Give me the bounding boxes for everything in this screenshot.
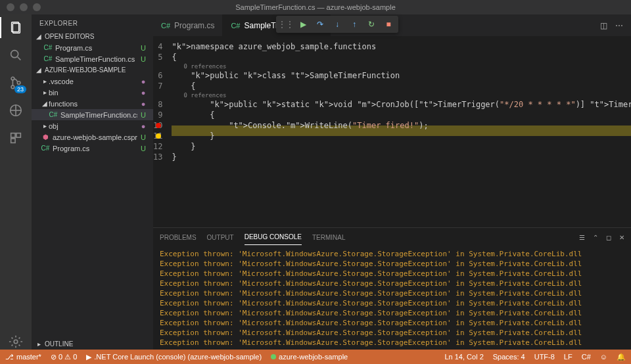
tab-output[interactable]: OUTPUT (207, 230, 234, 245)
continue-button[interactable]: ▶ (297, 18, 309, 30)
step-out-button[interactable]: ↑ (348, 18, 360, 30)
tab-debug-console[interactable]: DEBUG CONSOLE (245, 229, 302, 245)
step-over-button[interactable]: ↷ (314, 18, 326, 30)
status-position[interactable]: Ln 14, Col 2 (444, 353, 483, 361)
status-eol[interactable]: LF (564, 353, 573, 361)
tree-item[interactable]: ⬢azure-webjob-sample.csprojU (32, 131, 153, 143)
tab-problems[interactable]: PROBLEMS (160, 230, 197, 245)
extensions-activity-icon[interactable] (8, 130, 24, 146)
scm-activity-icon[interactable]: 23 (8, 75, 24, 91)
drag-handle-icon[interactable]: ⋮⋮ (280, 18, 292, 30)
titlebar: SampleTimerFunction.cs — azure-webjob-sa… (0, 0, 631, 14)
scm-badge: 23 (14, 85, 26, 93)
tab-terminal[interactable]: TERMINAL (312, 230, 346, 245)
panel-close-icon[interactable]: ✕ (619, 234, 624, 241)
svg-rect-11 (16, 133, 20, 137)
more-actions-icon[interactable]: ⋯ (615, 21, 623, 30)
outline-header[interactable]: ▸OUTLINE (32, 338, 153, 350)
restart-button[interactable]: ↻ (365, 18, 377, 30)
svg-point-6 (17, 81, 20, 85)
status-spaces[interactable]: Spaces: 4 (493, 353, 525, 361)
status-encoding[interactable]: UTF-8 (534, 353, 555, 361)
editor-actions: ◫ ⋯ (600, 14, 631, 36)
window-title: SampleTimerFunction.cs — azure-webjob-sa… (0, 3, 631, 11)
open-editor-item[interactable]: C#Program.csU (32, 42, 153, 53)
svg-rect-12 (11, 139, 15, 143)
status-notifications-icon[interactable]: 🔔 (617, 353, 626, 361)
step-into-button[interactable]: ↓ (331, 18, 343, 30)
editor-tab[interactable]: C#Program.cs (153, 14, 223, 36)
status-project[interactable]: azure-webjob-sample (271, 353, 348, 361)
sidebar-title: EXPLORER (32, 14, 153, 31)
tree-item[interactable]: ◢functions● (32, 98, 153, 109)
status-feedback-icon[interactable]: ☺ (600, 353, 607, 361)
panel-collapse-icon[interactable]: ⌃ (593, 234, 598, 241)
settings-activity-icon[interactable] (8, 334, 24, 350)
explorer-activity-icon[interactable] (8, 20, 24, 35)
activity-bar: 23 (0, 14, 32, 350)
tree-item[interactable]: C#SampleTimerFunction.csU (32, 109, 153, 120)
panel-maximize-icon[interactable]: ◻ (606, 234, 611, 241)
tree-item[interactable]: ▸bin● (32, 87, 153, 98)
tree-item[interactable]: ▸obj● (32, 120, 153, 131)
debug-activity-icon[interactable] (8, 102, 24, 118)
svg-point-4 (11, 77, 14, 80)
svg-point-2 (11, 51, 18, 58)
open-editors-header[interactable]: ◢OPEN EDITORS (32, 31, 153, 42)
code-editor[interactable]: 45678910111213 "k">namespace azure_webjo… (153, 36, 631, 227)
status-launch[interactable]: ▶ .NET Core Launch (console) (azure-webj… (86, 353, 262, 361)
panel-filter-icon[interactable]: ☰ (579, 234, 585, 241)
status-bar: ⎇ master* ⊘ 0 ⚠ 0 ▶ .NET Core Launch (co… (0, 350, 631, 364)
search-activity-icon[interactable] (8, 47, 24, 63)
svg-point-5 (11, 85, 14, 89)
svg-point-13 (14, 340, 18, 344)
split-editor-icon[interactable]: ◫ (600, 21, 607, 30)
tree-item[interactable]: ▸.vscode● (32, 76, 153, 87)
open-editor-item[interactable]: C#SampleTimerFunction.cs functionsU (32, 53, 153, 64)
bottom-panel: PROBLEMS OUTPUT DEBUG CONSOLE TERMINAL ☰… (153, 227, 631, 350)
svg-line-3 (18, 57, 21, 60)
editor-area: C#Program.csC#SampleTimerFun...● ◫ ⋯ 456… (153, 14, 631, 350)
status-lang[interactable]: C# (582, 353, 591, 361)
stop-button[interactable]: ■ (383, 18, 394, 30)
status-branch[interactable]: ⎇ master* (5, 353, 41, 361)
status-errors[interactable]: ⊘ 0 ⚠ 0 (51, 353, 77, 361)
debug-toolbar[interactable]: ⋮⋮ ▶ ↷ ↓ ↑ ↻ ■ (276, 16, 398, 33)
tree-item[interactable]: C#Program.csU (32, 143, 153, 154)
explorer-sidebar: EXPLORER ◢OPEN EDITORS C#Program.csUC#Sa… (32, 14, 153, 350)
svg-rect-10 (11, 133, 15, 137)
project-header[interactable]: ◢AZURE-WEBJOB-SAMPLE (32, 64, 153, 76)
debug-console-output[interactable]: Exception thrown: 'Microsoft.WindowsAzur… (153, 246, 631, 350)
